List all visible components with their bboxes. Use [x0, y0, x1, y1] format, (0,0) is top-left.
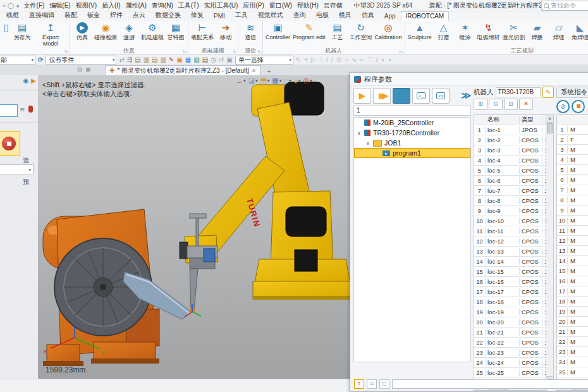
- ribbon-button-焊缝[interactable]: ▱焊缝: [548, 21, 570, 40]
- table-row[interactable]: 22loc-22CPOS1: [474, 338, 546, 348]
- table-row[interactable]: 2F: [557, 135, 588, 145]
- table-row[interactable]: 20loc-20CPOS1: [474, 317, 546, 328]
- ribbon-tab-直接编辑[interactable]: 直接编辑: [24, 9, 59, 21]
- table-row[interactable]: 23loc-23CPOS1: [474, 348, 546, 358]
- table-row[interactable]: 17M: [557, 286, 588, 297]
- link-icon[interactable]: ⇄: [118, 56, 125, 64]
- table-row[interactable]: 17loc-17CPOS1: [474, 287, 546, 297]
- table-row[interactable]: 24M: [557, 357, 588, 367]
- ribbon-tab-仿真[interactable]: 仿真: [357, 9, 379, 21]
- table-row[interactable]: 13M: [557, 246, 588, 256]
- table-row[interactable]: 2loc-2CPOS1: [474, 135, 546, 145]
- ribbon-button-打磨[interactable]: △打磨: [433, 21, 455, 40]
- scroll-up-icon[interactable]: ▲: [546, 115, 553, 123]
- layer-icon-4[interactable]: ▥: [160, 56, 167, 64]
- appearance-icon[interactable]: ◕▾: [293, 77, 301, 85]
- table-row[interactable]: 19loc-19CPOS1: [474, 307, 546, 317]
- add-group-button[interactable]: G: [489, 99, 503, 110]
- table-row[interactable]: 3loc-3CPOS1: [474, 145, 546, 156]
- ribbon-tab-装配[interactable]: 装配: [59, 9, 82, 21]
- ribbon-tab-钣金[interactable]: 钣金: [82, 9, 105, 21]
- ribbon-tab-焊件[interactable]: 焊件: [105, 9, 128, 21]
- table-row[interactable]: 5loc-5CPOS1: [474, 166, 546, 176]
- table-row[interactable]: 18loc-18CPOS1: [474, 297, 546, 307]
- document-tab[interactable]: ✚ * 图灵变位机熔覆2更新叶片程序2.Z3 - [Default] ✕: [105, 65, 260, 75]
- menu-item[interactable]: 属性(A): [123, 1, 149, 10]
- table-row[interactable]: 14M: [557, 256, 588, 266]
- minimize-pane-icon[interactable]: ⊟: [77, 66, 82, 73]
- ribbon-button-移动[interactable]: ➔移动: [215, 21, 236, 40]
- microphone-icon[interactable]: [28, 106, 33, 113]
- ribbon-button-甘特图[interactable]: ▦甘特图: [165, 21, 187, 40]
- ribbon-tab-线框[interactable]: 线框: [1, 9, 24, 21]
- ribbon-button-通信[interactable]: ≋通信: [240, 21, 261, 40]
- tree-item-M-20iB_25Controller[interactable]: M-20iB_25Controller: [354, 118, 470, 128]
- add-location-button[interactable]: ⊞: [474, 99, 487, 110]
- teach-pendant-icon[interactable]: T: [354, 379, 364, 389]
- robot-name-field[interactable]: TR30-1720B: [496, 87, 541, 97]
- refresh-icon[interactable]: ⟳: [37, 56, 44, 64]
- table-row[interactable]: 20M: [557, 317, 588, 327]
- ribbon-button-Sculpture[interactable]: ▲Sculpture: [407, 21, 433, 40]
- table-row[interactable]: 24loc-24CPOS1: [474, 358, 546, 368]
- dialog-launcher-icon[interactable]: ◿: [183, 49, 187, 54]
- scope-combobox[interactable]: 全部▾: [0, 56, 35, 64]
- expand-chevrons-icon[interactable]: ≫: [461, 90, 471, 101]
- ribbon-button-电弧增材[interactable]: ↯电弧增材: [476, 21, 501, 40]
- ribbon-button-Export Model[interactable]: ↥Export Model: [33, 21, 68, 47]
- ribbon-button-焊接[interactable]: ▰焊接: [527, 21, 548, 40]
- table-row[interactable]: 1M: [557, 125, 588, 135]
- scroll-thumb[interactable]: [547, 123, 553, 133]
- ribbon-tab-修复[interactable]: 修复: [186, 9, 209, 21]
- table-row[interactable]: 4M: [557, 155, 588, 165]
- exit-icon[interactable]: ←▾: [235, 77, 247, 85]
- table-row[interactable]: 4loc-4CPOS1: [474, 156, 546, 166]
- ribbon-tab-点云[interactable]: 点云: [128, 9, 150, 21]
- locations-vscrollbar[interactable]: ▲ ▼: [546, 114, 554, 384]
- ribbon-button-工作空间[interactable]: ↻工作空间: [348, 21, 374, 40]
- menu-item[interactable]: 查询(N): [149, 1, 176, 10]
- dialog-launcher-icon[interactable]: ◿: [258, 49, 261, 54]
- new-tab-button[interactable]: +: [264, 68, 273, 75]
- ribbon-button-角焊缝[interactable]: ◣角焊缝: [570, 21, 588, 40]
- panel-title-bar[interactable]: 程序参数: [350, 73, 588, 86]
- table-row[interactable]: 3M: [557, 145, 588, 155]
- ribbon-button-Calibration[interactable]: ◎Calibration: [374, 21, 403, 40]
- customize-icon[interactable]: ≈: [3, 3, 6, 9]
- menu-item[interactable]: 帮助(H): [295, 1, 321, 10]
- tree-item-TR30-1720BController[interactable]: ∨TR30-1720BController: [354, 128, 470, 138]
- caret-down-icon[interactable]: ∨: [365, 140, 371, 146]
- tree-item-JOB1[interactable]: ∨JOB1: [354, 138, 470, 148]
- table-row[interactable]: 16loc-16CPOS1: [474, 277, 546, 287]
- ribbon-button-仿真[interactable]: ▶仿真: [71, 21, 93, 40]
- folder-icon[interactable]: ▣: [176, 56, 183, 64]
- ribbon-button-激光切割[interactable]: ✂激光切割: [501, 21, 527, 40]
- table-row[interactable]: 25loc-25CPOS1: [474, 368, 546, 378]
- table-row[interactable]: 9loc-9CPOS1: [474, 206, 546, 216]
- command-search-input[interactable]: 查找命令: [541, 1, 588, 11]
- ribbon-tab-工具[interactable]: 工具: [230, 9, 253, 21]
- menu-item[interactable]: 编辑(E): [47, 1, 73, 10]
- screen-icon[interactable]: ▧: [193, 56, 200, 64]
- option-dropdown[interactable]: ▾: [0, 164, 34, 175]
- menu-item[interactable]: 实用工具(U): [202, 1, 241, 10]
- ribbon-button-工艺[interactable]: ▤工艺: [327, 21, 348, 40]
- stop-button[interactable]: [393, 88, 410, 104]
- table-row[interactable]: 15M: [557, 266, 588, 276]
- ribbon-tab-数据交换[interactable]: 数据交换: [150, 9, 186, 21]
- table-row[interactable]: 9M: [557, 205, 588, 216]
- window-icon[interactable]: ▢: [379, 379, 389, 389]
- table-row[interactable]: 1loc-1JPOS: [474, 125, 546, 135]
- box-icon[interactable]: ▣: [226, 56, 233, 64]
- fast-forward-button[interactable]: ▶▶: [373, 88, 391, 104]
- terminal-run-button[interactable]: >_: [412, 88, 430, 104]
- target-icon[interactable]: ◎▾: [303, 77, 313, 85]
- table-row[interactable]: 11loc-11CPOS1: [474, 226, 546, 236]
- close-tab-icon[interactable]: ✕: [252, 68, 257, 74]
- table-row[interactable]: 13loc-13CPOS1: [474, 247, 546, 257]
- ribbon-button-碰撞检测[interactable]: ◉碰撞检测: [93, 21, 118, 40]
- table-row[interactable]: 19M: [557, 307, 588, 317]
- filter-icon[interactable]: ≋: [20, 106, 25, 113]
- table-row[interactable]: 12loc-12CPOS1: [474, 236, 546, 247]
- datum-plane-icon[interactable]: ◪▾: [248, 77, 259, 85]
